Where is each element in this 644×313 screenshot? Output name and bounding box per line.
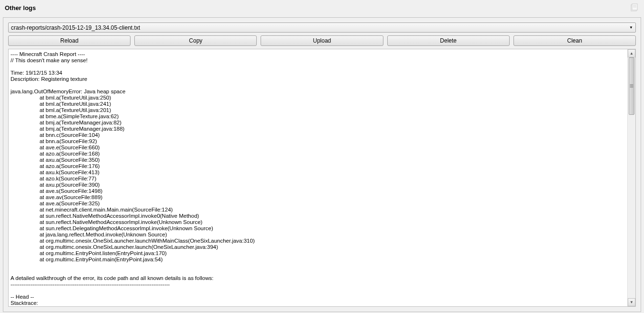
log-container: ---- Minecraft Crash Report ---- // This… xyxy=(8,49,636,307)
reload-button[interactable]: Reload xyxy=(8,35,131,46)
page-title: Other logs xyxy=(5,4,36,11)
content-panel: crash-reports/crash-2015-12-19_13.34.05-… xyxy=(3,17,641,312)
scroll-thumb[interactable] xyxy=(629,57,634,115)
scroll-up-button[interactable]: ▲ xyxy=(628,49,635,57)
log-text-area[interactable]: ---- Minecraft Crash Report ---- // This… xyxy=(9,49,627,306)
vertical-scrollbar[interactable]: ▲ ▼ xyxy=(627,49,635,306)
delete-button[interactable]: Delete xyxy=(387,35,510,46)
copy-button[interactable]: Copy xyxy=(134,35,257,46)
scroll-grip-icon xyxy=(630,84,633,88)
chevron-down-icon: ▼ xyxy=(629,25,633,30)
scroll-down-button[interactable]: ▼ xyxy=(628,298,635,306)
upload-button[interactable]: Upload xyxy=(261,35,383,46)
file-select-value: crash-reports/crash-2015-12-19_13.34.05-… xyxy=(11,24,140,31)
title-bar: Other logs xyxy=(0,0,644,15)
log-viewer-window: Other logs crash-reports/crash-2015-12-1… xyxy=(0,0,644,313)
clean-button[interactable]: Clean xyxy=(513,35,636,46)
scroll-track[interactable] xyxy=(628,57,635,298)
file-select-dropdown[interactable]: crash-reports/crash-2015-12-19_13.34.05-… xyxy=(8,22,636,33)
document-icon xyxy=(630,3,639,12)
action-button-row: Reload Copy Upload Delete Clean xyxy=(8,35,636,46)
